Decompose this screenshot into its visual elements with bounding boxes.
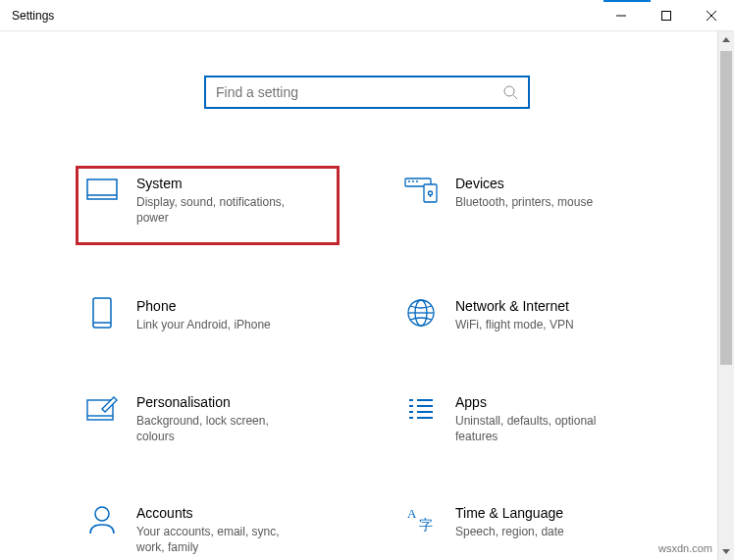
phone-icon <box>85 296 119 330</box>
tile-desc: Display, sound, notifications, power <box>136 194 303 226</box>
scroll-down-arrow[interactable] <box>718 543 734 560</box>
scroll-thumb[interactable] <box>720 51 732 365</box>
tile-desc: WiFi, flight mode, VPN <box>455 317 574 332</box>
tile-title: Accounts <box>136 505 303 521</box>
tile-title: Network & Internet <box>455 298 574 314</box>
personalisation-icon <box>85 392 119 426</box>
tile-desc: Link your Android, iPhone <box>136 317 271 332</box>
tile-desc: Your accounts, email, sync, work, family <box>136 524 303 555</box>
maximize-button[interactable] <box>644 0 689 30</box>
tile-network[interactable]: Network & Internet WiFi, flight mode, VP… <box>396 290 656 338</box>
content-area: System Display, sound, notifications, po… <box>0 31 734 560</box>
svg-rect-12 <box>424 184 437 202</box>
tile-phone[interactable]: Phone Link your Android, iPhone <box>78 290 338 338</box>
close-button[interactable] <box>689 0 734 30</box>
tile-title: Devices <box>455 176 593 191</box>
svg-line-5 <box>513 95 517 99</box>
svg-point-4 <box>504 86 514 96</box>
search-container <box>0 76 734 109</box>
globe-icon <box>404 296 438 330</box>
tile-title: Personalisation <box>136 394 303 410</box>
tile-time-language[interactable]: A 字 Time & Language Speech, region, date <box>396 497 656 560</box>
time-language-icon: A 字 <box>404 503 438 536</box>
apps-icon <box>404 392 438 426</box>
devices-icon <box>404 174 438 207</box>
chevron-down-icon <box>722 549 730 554</box>
minimize-button[interactable] <box>599 0 644 30</box>
window-controls <box>599 0 734 30</box>
system-icon <box>85 174 119 207</box>
svg-rect-6 <box>87 179 117 199</box>
titlebar: Settings <box>0 0 734 31</box>
svg-text:字: 字 <box>419 518 433 533</box>
search-input[interactable] <box>216 84 502 100</box>
tile-personalisation[interactable]: Personalisation Background, lock screen,… <box>78 386 338 450</box>
svg-point-30 <box>95 507 109 521</box>
chevron-up-icon <box>722 37 730 42</box>
svg-text:A: A <box>407 506 417 521</box>
tile-title: Apps <box>455 394 622 410</box>
tile-accounts[interactable]: Accounts Your accounts, email, sync, wor… <box>78 497 338 560</box>
tile-apps[interactable]: Apps Uninstall, defaults, optional featu… <box>396 386 656 450</box>
search-icon <box>502 84 518 100</box>
tile-title: Phone <box>136 298 271 314</box>
accounts-icon <box>85 503 119 536</box>
accent-bar <box>603 0 651 2</box>
window-title: Settings <box>12 9 54 23</box>
tile-title: Time & Language <box>455 505 564 521</box>
scroll-up-arrow[interactable] <box>718 31 734 48</box>
tile-system[interactable]: System Display, sound, notifications, po… <box>78 168 338 243</box>
close-icon <box>707 11 716 21</box>
tile-desc: Bluetooth, printers, mouse <box>455 194 593 210</box>
watermark: wsxdn.com <box>658 542 712 554</box>
tile-desc: Speech, region, date <box>455 524 564 539</box>
tile-desc: Background, lock screen, colours <box>136 413 303 444</box>
settings-grid: System Display, sound, notifications, po… <box>78 168 656 560</box>
tile-desc: Uninstall, defaults, optional features <box>455 413 622 444</box>
maximize-icon <box>661 11 671 21</box>
minimize-icon <box>616 11 626 21</box>
search-box[interactable] <box>204 76 530 109</box>
tile-devices[interactable]: Devices Bluetooth, printers, mouse <box>396 168 656 243</box>
svg-rect-1 <box>662 11 671 20</box>
vertical-scrollbar[interactable] <box>717 31 734 560</box>
tile-title: System <box>136 176 303 191</box>
